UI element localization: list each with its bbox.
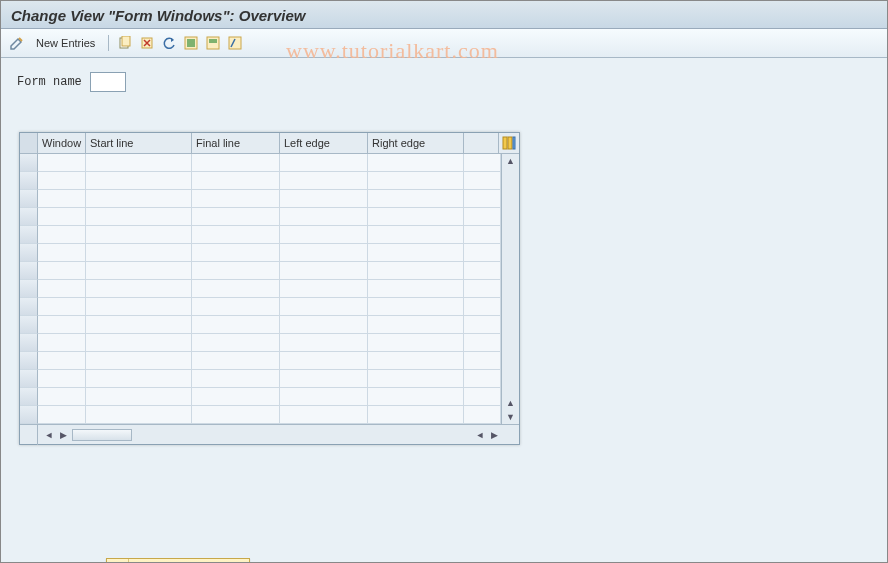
select-all-icon[interactable] — [181, 33, 201, 53]
cell-left-edge[interactable] — [280, 226, 368, 244]
cell-right-edge[interactable] — [368, 352, 464, 370]
configure-columns-icon[interactable] — [499, 133, 519, 153]
row-selector[interactable] — [20, 262, 38, 280]
cell-window[interactable] — [38, 244, 86, 262]
row-selector[interactable] — [20, 316, 38, 334]
cell-right-edge[interactable] — [368, 226, 464, 244]
cell-right-edge[interactable] — [368, 316, 464, 334]
position-button[interactable]: Position... — [106, 558, 250, 563]
cell-left-edge[interactable] — [280, 370, 368, 388]
cell-right-edge[interactable] — [368, 262, 464, 280]
select-block-icon[interactable] — [203, 33, 223, 53]
copy-as-icon[interactable] — [115, 33, 135, 53]
cell-start-line[interactable] — [86, 352, 192, 370]
cell-final-line[interactable] — [192, 244, 280, 262]
cell-final-line[interactable] — [192, 154, 280, 172]
cell-final-line[interactable] — [192, 352, 280, 370]
toggle-display-change-icon[interactable] — [7, 33, 27, 53]
column-header-window[interactable]: Window — [38, 133, 86, 153]
cell-final-line[interactable] — [192, 280, 280, 298]
cell-left-edge[interactable] — [280, 190, 368, 208]
cell-left-edge[interactable] — [280, 316, 368, 334]
delete-icon[interactable] — [137, 33, 157, 53]
horizontal-scrollbar[interactable]: ◄ ▶ ◄ ▶ — [20, 424, 519, 444]
cell-start-line[interactable] — [86, 154, 192, 172]
row-selector[interactable] — [20, 190, 38, 208]
cell-right-edge[interactable] — [368, 334, 464, 352]
cell-right-edge[interactable] — [368, 190, 464, 208]
cell-start-line[interactable] — [86, 262, 192, 280]
cell-start-line[interactable] — [86, 388, 192, 406]
cell-window[interactable] — [38, 262, 86, 280]
cell-window[interactable] — [38, 370, 86, 388]
row-selector[interactable] — [20, 244, 38, 262]
row-selector[interactable] — [20, 406, 38, 424]
cell-final-line[interactable] — [192, 388, 280, 406]
cell-start-line[interactable] — [86, 406, 192, 424]
deselect-all-icon[interactable] — [225, 33, 245, 53]
select-all-rows-header[interactable] — [20, 133, 38, 153]
cell-left-edge[interactable] — [280, 352, 368, 370]
row-selector[interactable] — [20, 388, 38, 406]
column-header-left-edge[interactable]: Left edge — [280, 133, 368, 153]
cell-final-line[interactable] — [192, 334, 280, 352]
cell-right-edge[interactable] — [368, 388, 464, 406]
scroll-right-last-icon[interactable]: ▶ — [487, 430, 501, 440]
scroll-right-icon[interactable]: ◄ — [473, 430, 487, 440]
row-selector[interactable] — [20, 370, 38, 388]
scroll-up-icon[interactable]: ▲ — [502, 154, 519, 168]
cell-start-line[interactable] — [86, 334, 192, 352]
cell-right-edge[interactable] — [368, 244, 464, 262]
vertical-scrollbar[interactable]: ▲ ▲ ▼ — [501, 154, 519, 424]
cell-left-edge[interactable] — [280, 388, 368, 406]
cell-final-line[interactable] — [192, 316, 280, 334]
cell-window[interactable] — [38, 154, 86, 172]
cell-left-edge[interactable] — [280, 280, 368, 298]
row-selector[interactable] — [20, 280, 38, 298]
cell-right-edge[interactable] — [368, 370, 464, 388]
cell-start-line[interactable] — [86, 280, 192, 298]
cell-left-edge[interactable] — [280, 154, 368, 172]
cell-left-edge[interactable] — [280, 334, 368, 352]
cell-final-line[interactable] — [192, 172, 280, 190]
cell-final-line[interactable] — [192, 208, 280, 226]
scroll-down-step-icon[interactable]: ▲ — [502, 396, 519, 410]
cell-window[interactable] — [38, 190, 86, 208]
cell-left-edge[interactable] — [280, 298, 368, 316]
column-header-final-line[interactable]: Final line — [192, 133, 280, 153]
column-header-start-line[interactable]: Start line — [86, 133, 192, 153]
row-selector[interactable] — [20, 334, 38, 352]
row-selector[interactable] — [20, 352, 38, 370]
cell-right-edge[interactable] — [368, 298, 464, 316]
cell-final-line[interactable] — [192, 190, 280, 208]
cell-window[interactable] — [38, 352, 86, 370]
cell-final-line[interactable] — [192, 226, 280, 244]
cell-window[interactable] — [38, 208, 86, 226]
row-selector[interactable] — [20, 208, 38, 226]
cell-start-line[interactable] — [86, 298, 192, 316]
cell-right-edge[interactable] — [368, 154, 464, 172]
cell-start-line[interactable] — [86, 190, 192, 208]
cell-window[interactable] — [38, 334, 86, 352]
cell-final-line[interactable] — [192, 370, 280, 388]
cell-window[interactable] — [38, 406, 86, 424]
row-selector[interactable] — [20, 298, 38, 316]
row-selector[interactable] — [20, 154, 38, 172]
cell-right-edge[interactable] — [368, 208, 464, 226]
cell-right-edge[interactable] — [368, 172, 464, 190]
cell-final-line[interactable] — [192, 406, 280, 424]
cell-left-edge[interactable] — [280, 262, 368, 280]
cell-window[interactable] — [38, 388, 86, 406]
form-name-input[interactable] — [90, 72, 126, 92]
scroll-left-icon[interactable]: ▶ — [56, 430, 70, 440]
undo-change-icon[interactable] — [159, 33, 179, 53]
cell-start-line[interactable] — [86, 316, 192, 334]
cell-final-line[interactable] — [192, 298, 280, 316]
column-header-right-edge[interactable]: Right edge — [368, 133, 464, 153]
cell-window[interactable] — [38, 298, 86, 316]
cell-left-edge[interactable] — [280, 172, 368, 190]
row-selector[interactable] — [20, 226, 38, 244]
cell-window[interactable] — [38, 226, 86, 244]
scroll-down-icon[interactable]: ▼ — [502, 410, 519, 424]
cell-start-line[interactable] — [86, 370, 192, 388]
